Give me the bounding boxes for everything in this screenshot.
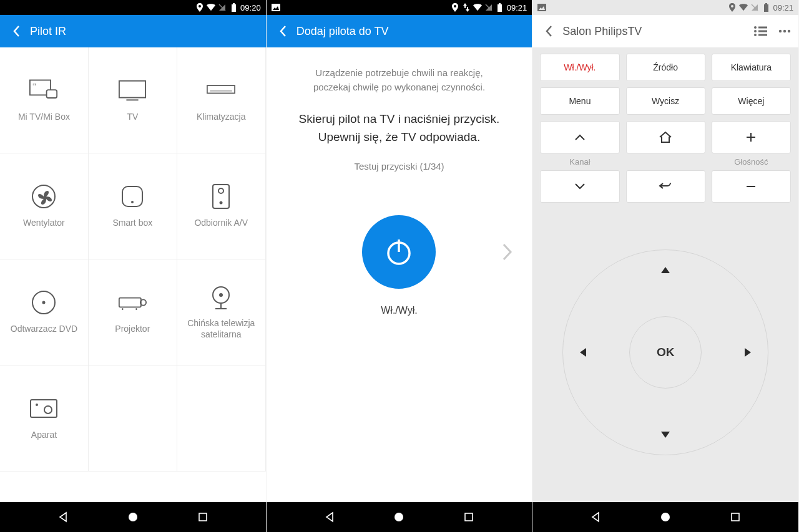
nav-back[interactable] (56, 510, 70, 524)
device-label: Wentylator (23, 218, 65, 229)
keyboard-button[interactable]: Klawiatura (712, 54, 791, 81)
menu-button[interactable]: Menu (540, 87, 619, 115)
svg-rect-38 (465, 513, 473, 521)
dpad-ok[interactable]: OK (629, 316, 702, 389)
svg-rect-33 (498, 4, 502, 12)
device-fan[interactable]: Wentylator (0, 153, 89, 259)
mi-tv-icon: mi (29, 78, 58, 103)
device-ac[interactable]: Klimatyzacja (177, 47, 266, 153)
nav-recent[interactable] (728, 510, 742, 524)
svg-rect-31 (272, 4, 280, 11)
nav-recent[interactable] (462, 510, 476, 524)
nav-home[interactable] (392, 510, 406, 524)
device-dvd[interactable]: Odtwarzacz DVD (0, 259, 89, 365)
app-bar: Dodaj pilota do TV (267, 15, 532, 47)
device-satellite[interactable]: Chińska telewizja satelitarna (177, 259, 266, 365)
nav-back[interactable] (323, 510, 336, 524)
svg-rect-34 (499, 3, 501, 4)
device-label: Klimatyzacja (197, 112, 246, 123)
signal-off-icon (484, 3, 493, 12)
nav-home[interactable] (659, 510, 672, 524)
battery-icon (496, 3, 504, 12)
dpad-left[interactable] (579, 347, 587, 357)
device-projector[interactable]: Projektor (89, 259, 177, 365)
dpad-down[interactable] (660, 431, 670, 438)
signal-off-icon (750, 3, 759, 12)
test-counter: Testuj przyciski (1/34) (354, 161, 444, 172)
svg-point-50 (783, 30, 786, 32)
svg-rect-44 (758, 27, 767, 29)
device-label: Smart box (112, 218, 152, 229)
projector-icon (118, 290, 147, 315)
wifi-icon (739, 3, 748, 12)
fan-icon (29, 184, 58, 209)
next-button[interactable] (502, 243, 513, 261)
system-nav-bar (532, 502, 798, 532)
dpad-right[interactable] (744, 347, 752, 357)
power-button[interactable]: Wł./Wył. (540, 54, 619, 81)
svg-rect-46 (758, 31, 767, 32)
source-button[interactable]: Źródło (626, 54, 705, 81)
dpad: OK (562, 249, 768, 455)
svg-rect-48 (758, 34, 767, 36)
svg-rect-41 (764, 4, 768, 12)
svg-point-15 (220, 201, 223, 204)
device-camera[interactable]: Aparat (0, 365, 89, 472)
channel-label: Kanał (540, 157, 619, 167)
back-button[interactable] (540, 25, 557, 37)
device-tv[interactable]: TV (89, 47, 177, 153)
power-test-button[interactable] (362, 215, 436, 289)
return-button[interactable] (626, 170, 705, 203)
device-label: Odtwarzacz DVD (11, 324, 77, 335)
location-icon (451, 3, 459, 12)
nav-home[interactable] (126, 510, 140, 524)
battery-icon (229, 3, 238, 12)
device-label: Mi TV/Mi Box (18, 112, 70, 123)
screen-title: Dodaj pilota do TV (297, 25, 525, 38)
status-bar: 09:20 (0, 0, 266, 15)
svg-point-14 (218, 188, 223, 193)
more-icon[interactable] (778, 29, 791, 33)
svg-point-37 (395, 513, 403, 521)
svg-rect-11 (122, 186, 142, 206)
device-label: Aparat (31, 430, 57, 441)
svg-rect-6 (119, 80, 145, 97)
ac-icon (207, 78, 235, 103)
dvd-icon (29, 290, 58, 315)
smartbox-icon (118, 184, 147, 209)
nav-back[interactable] (589, 510, 602, 524)
status-time: 09:20 (240, 3, 261, 12)
mute-button[interactable]: Wycisz (626, 87, 705, 115)
power-button-label: Wł./Wył. (381, 305, 418, 316)
camera-icon (29, 396, 58, 421)
app-bar: Pilot IR (0, 15, 266, 47)
svg-point-27 (36, 404, 38, 406)
channel-up-button[interactable] (540, 121, 619, 153)
nav-recent[interactable] (196, 510, 210, 524)
back-button[interactable] (274, 25, 292, 37)
status-time: 09:21 (507, 3, 527, 12)
svg-rect-5 (47, 90, 57, 98)
svg-rect-26 (31, 400, 57, 417)
av-receiver-icon (207, 184, 235, 209)
volume-down-button[interactable] (712, 170, 791, 203)
svg-point-12 (131, 201, 134, 203)
dpad-up[interactable] (660, 266, 670, 274)
device-av-receiver[interactable]: Odbiornik A/V (177, 153, 266, 259)
volume-up-button[interactable] (712, 121, 791, 153)
battery-icon (762, 3, 770, 12)
svg-point-43 (754, 26, 757, 29)
location-icon (728, 3, 737, 12)
instruction-text: Skieruj pilot na TV i naciśniej przycisk… (299, 110, 500, 146)
svg-point-29 (129, 513, 137, 521)
device-mi-tv[interactable]: mi Mi TV/Mi Box (0, 47, 89, 153)
tv-icon (118, 78, 147, 103)
more-button[interactable]: Więcej (712, 87, 791, 115)
list-icon[interactable] (753, 26, 767, 37)
device-smartbox[interactable]: Smart box (89, 153, 177, 259)
channel-down-button[interactable] (540, 170, 619, 203)
svg-rect-42 (765, 3, 767, 4)
home-button[interactable] (626, 121, 705, 153)
back-button[interactable] (7, 25, 25, 37)
wifi-icon (207, 3, 215, 12)
